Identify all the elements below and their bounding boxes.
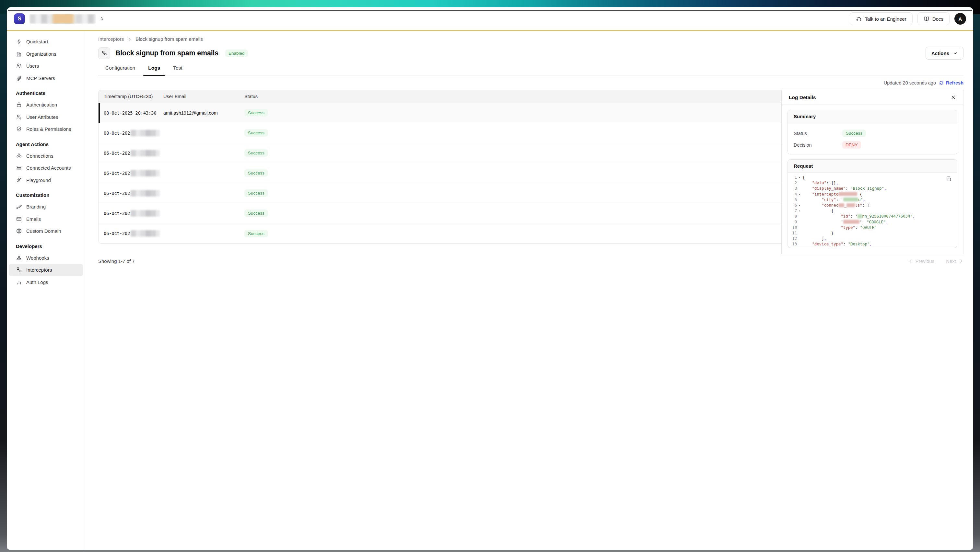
sidebar-item-label: Connections [26, 153, 53, 159]
sidebar-item-label: Interceptors [26, 267, 52, 273]
sidebar-item-label: Webhooks [26, 255, 49, 261]
sidebar-item-organizations[interactable]: Organizations [9, 48, 83, 60]
breadcrumb: Interceptors Block signup from spam emai… [98, 36, 490, 42]
cell-timestamp: 08-Oct-202 [99, 130, 163, 136]
breadcrumb-parent[interactable]: Interceptors [98, 36, 124, 42]
cell-timestamp: 06-Oct-202 [99, 190, 163, 197]
sidebar-item-label: MCP Servers [26, 75, 55, 81]
users-icon [16, 63, 22, 69]
sidebar-item-playground[interactable]: Playground [9, 174, 83, 187]
redacted-timestamp [130, 190, 160, 197]
sidebar-item-users[interactable]: Users [9, 60, 83, 72]
table-row[interactable]: 06-Oct-202Success [99, 143, 490, 163]
paperclip-icon [16, 75, 22, 81]
success-badge: Success [244, 129, 268, 136]
cell-status: Success [244, 129, 490, 136]
sidebar-item-label: Branding [26, 204, 46, 209]
org-switcher-chevrons-icon[interactable] [99, 16, 104, 21]
sidebar-item-interceptors[interactable]: Interceptors [9, 264, 83, 276]
sidebar-heading-developers: Developers [7, 237, 85, 252]
table-row[interactable]: 08-Oct-202Success [99, 123, 490, 143]
column-header-status: Status [244, 94, 490, 99]
success-badge: Success [244, 209, 268, 217]
redaction-blur-accent [53, 14, 73, 24]
app-window: S Talk to an Engineer Docs A QuickstartO… [7, 7, 490, 276]
sidebar-item-label: Playground [26, 178, 51, 183]
cell-status: Success [244, 149, 490, 157]
tab-logs[interactable]: Logs [148, 65, 160, 75]
enabled-badge: Enabled [225, 49, 248, 57]
sidebar-item-custom-domain[interactable]: Custom Domain [9, 225, 83, 237]
cell-email: amit.ash1912@gmail.com [163, 110, 244, 116]
rows-icon [16, 165, 22, 171]
cell-timestamp: 06-Oct-202 [99, 230, 163, 237]
success-badge: Success [244, 189, 268, 197]
interceptor-icon-box [98, 47, 110, 59]
table-header-row: Timestamp (UTC+5:30) User Email Status [99, 90, 490, 103]
redacted-timestamp [130, 130, 160, 136]
sidebar-item-label: Emails [26, 216, 41, 222]
desktop-background: S Talk to an Engineer Docs A QuickstartO… [0, 0, 490, 276]
sidebar-item-webhooks[interactable]: Webhooks [9, 252, 83, 264]
sidebar-item-label: Quickstart [26, 39, 48, 44]
sidebar-item-authentication[interactable]: Authentication [9, 99, 83, 111]
table-row[interactable]: 08-Oct-2025 20:43:30amit.ash1912@gmail.c… [99, 103, 490, 123]
breadcrumb-current: Block signup from spam emails [135, 36, 203, 42]
sidebar-item-mcp-servers[interactable]: MCP Servers [9, 72, 83, 84]
sidebar-item-label: Organizations [26, 51, 56, 57]
redacted-timestamp [130, 170, 160, 176]
interceptor-icon [16, 267, 22, 273]
success-badge: Success [244, 230, 268, 237]
cell-timestamp: 06-Oct-202 [99, 210, 163, 217]
chevron-right-icon [127, 37, 132, 41]
lock-icon [16, 102, 22, 108]
table-row[interactable]: 06-Oct-202Success [99, 163, 490, 183]
sidebar-item-label: User Attributes [26, 114, 58, 120]
sidebar-item-quickstart[interactable]: Quickstart [9, 36, 83, 48]
sidebar-item-connected-accounts[interactable]: Connected Accounts [9, 162, 83, 174]
sidebar-item-label: Custom Domain [26, 228, 61, 234]
sidebar-item-label: Users [26, 63, 39, 69]
tab-bar: Configuration Logs Test [98, 65, 490, 75]
success-badge: Success [244, 149, 268, 157]
sidebar-item-label: Roles & Permissions [26, 126, 71, 132]
table-row[interactable]: 06-Oct-202Success [99, 203, 490, 224]
table-body: 08-Oct-2025 20:43:30amit.ash1912@gmail.c… [99, 103, 490, 243]
table-row[interactable]: 06-Oct-202Success [99, 224, 490, 243]
tab-configuration[interactable]: Configuration [105, 65, 135, 75]
org-switcher-redacted[interactable] [30, 14, 96, 24]
sidebar-item-emails[interactable]: Emails [9, 213, 83, 225]
sparkle-icon [16, 177, 22, 183]
success-badge: Success [244, 109, 268, 117]
cell-timestamp: 06-Oct-202 [99, 150, 163, 156]
user-gear-icon [16, 114, 22, 120]
column-header-email: User Email [163, 94, 244, 99]
shield-check-icon [16, 126, 22, 132]
sidebar-item-branding[interactable]: Branding [9, 201, 83, 213]
brush-icon [16, 204, 22, 210]
redacted-timestamp [130, 150, 160, 156]
sidebar-item-label: Authentication [26, 102, 57, 108]
page-title: Block signup from spam emails [115, 49, 218, 57]
table-row[interactable]: 06-Oct-202Success [99, 183, 490, 203]
webhook-icon [16, 255, 22, 261]
sidebar-heading-customization: Customization [7, 186, 85, 201]
sidebar-item-connections[interactable]: Connections [9, 150, 83, 162]
cell-status: Success [244, 209, 490, 217]
sidebar-item-label: Connected Accounts [26, 165, 71, 171]
pagination-row: Showing 1-7 of 7 Previous Next [98, 259, 490, 264]
sidebar-item-roles-permissions[interactable]: Roles & Permissions [9, 123, 83, 135]
org-logo-initial: S [18, 16, 21, 22]
cell-status: Success [244, 189, 490, 197]
showing-count: Showing 1-7 of 7 [98, 259, 135, 264]
redacted-timestamp [130, 230, 160, 237]
cell-timestamp: 08-Oct-2025 20:43:30 [99, 110, 163, 116]
success-badge: Success [244, 169, 268, 177]
sidebar-heading-agent-actions: Agent Actions [7, 135, 85, 150]
column-header-timestamp: Timestamp (UTC+5:30) [99, 94, 163, 99]
sidebar-item-user-attributes[interactable]: User Attributes [9, 111, 83, 123]
main-content: Interceptors Block signup from spam emai… [85, 31, 490, 276]
tab-test[interactable]: Test [173, 65, 182, 75]
cell-status: Success [244, 109, 490, 117]
redacted-timestamp [130, 210, 160, 217]
